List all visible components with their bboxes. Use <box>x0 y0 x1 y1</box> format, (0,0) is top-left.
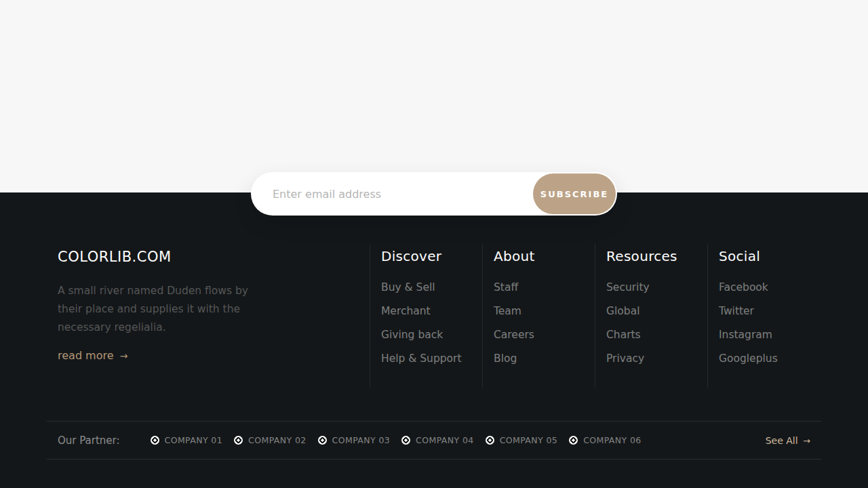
email-input[interactable] <box>262 172 526 216</box>
footer-column-social: Social Facebook Twitter Instagram Google… <box>707 244 820 388</box>
partner-company-4[interactable]: COMPANY 04 <box>401 435 474 445</box>
circle-dot-icon <box>401 436 410 445</box>
page-top-light-section <box>0 0 868 192</box>
newsletter-form: SUBSCRIBE <box>251 172 617 216</box>
partner-company-name: COMPANY 05 <box>500 435 558 445</box>
footer-link[interactable]: Facebook <box>719 281 768 293</box>
column-title: Discover <box>381 248 482 264</box>
brand-description: A small river named Duden flows by their… <box>58 282 253 337</box>
footer-link[interactable]: Team <box>494 305 521 317</box>
column-title: Resources <box>606 248 707 264</box>
footer-link[interactable]: Instagram <box>719 329 772 341</box>
partner-company-6[interactable]: COMPANY 06 <box>569 435 642 445</box>
footer-link[interactable]: Googleplus <box>719 352 778 365</box>
circle-dot-icon <box>569 436 578 445</box>
see-all-label: See All <box>766 435 798 446</box>
partner-company-name: COMPANY 06 <box>583 435 642 445</box>
circle-dot-icon <box>151 436 159 445</box>
footer-link[interactable]: Buy & Sell <box>381 281 435 293</box>
footer-link[interactable]: Careers <box>494 329 534 341</box>
circle-dot-icon <box>486 436 494 445</box>
partner-company-name: COMPANY 02 <box>248 435 307 445</box>
partner-label: Our Partner: <box>58 434 120 447</box>
read-more-link[interactable]: read more → <box>58 349 127 362</box>
partner-company-3[interactable]: COMPANY 03 <box>318 435 391 445</box>
arrow-right-icon: → <box>803 436 810 446</box>
read-more-label: read more <box>58 349 114 362</box>
partner-bar: Our Partner: COMPANY 01 COMPANY 02 COMPA… <box>47 421 821 460</box>
circle-dot-icon <box>234 436 243 445</box>
footer-link[interactable]: Giving back <box>381 329 443 341</box>
footer-link[interactable]: Global <box>606 305 639 317</box>
see-all-link[interactable]: See All → <box>766 435 810 446</box>
partner-company-name: COMPANY 01 <box>165 435 223 445</box>
footer-link[interactable]: Security <box>606 281 650 293</box>
column-title: Social <box>719 248 820 264</box>
footer-column-about: About Staff Team Careers Blog <box>482 244 595 388</box>
footer-link[interactable]: Blog <box>494 352 517 365</box>
footer-link[interactable]: Privacy <box>606 352 644 365</box>
footer-link[interactable]: Help & Support <box>381 352 462 365</box>
partner-company-name: COMPANY 03 <box>332 435 391 445</box>
partner-company-name: COMPANY 04 <box>416 435 474 445</box>
arrow-right-icon: → <box>120 350 128 361</box>
brand-title: COLORLIB.COM <box>58 249 172 265</box>
column-title: About <box>494 248 595 264</box>
footer-link[interactable]: Twitter <box>719 305 754 317</box>
footer-column-discover: Discover Buy & Sell Merchant Giving back… <box>370 244 482 388</box>
subscribe-button[interactable]: SUBSCRIBE <box>533 174 616 214</box>
footer-link[interactable]: Charts <box>606 329 641 341</box>
partner-list: COMPANY 01 COMPANY 02 COMPANY 03 COMPANY… <box>151 435 642 445</box>
footer-link[interactable]: Staff <box>494 281 518 293</box>
circle-dot-icon <box>318 436 327 445</box>
partner-company-1[interactable]: COMPANY 01 <box>151 435 223 445</box>
partner-company-5[interactable]: COMPANY 05 <box>486 435 558 445</box>
partner-company-2[interactable]: COMPANY 02 <box>234 435 307 445</box>
footer-column-resources: Resources Security Global Charts Privacy <box>595 244 707 388</box>
footer-link[interactable]: Merchant <box>381 305 431 317</box>
